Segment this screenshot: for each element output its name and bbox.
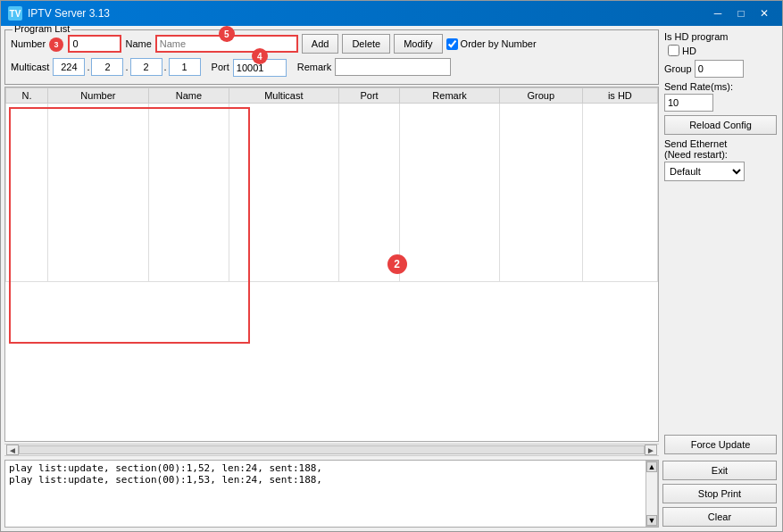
number-input[interactable] [68, 35, 121, 53]
hd-checkbox[interactable] [668, 45, 679, 56]
badge-4: 4 [252, 48, 268, 64]
main-window: TV IPTV Server 3.13 ─ □ ✕ Program List N… [0, 0, 783, 532]
group-field-label: Group [664, 63, 692, 74]
group-section: Group [664, 60, 777, 78]
log-vscrollbar[interactable]: ▲ ▼ [646, 461, 658, 527]
window-title: IPTV Server 3.13 [28, 7, 110, 20]
order-by-number-checkbox[interactable] [446, 38, 458, 50]
col-n: N. [6, 88, 48, 104]
hd-checkbox-row: HD [668, 45, 777, 56]
vscroll-down[interactable]: ▼ [646, 515, 657, 526]
add-button[interactable]: Add [302, 34, 339, 54]
log-line-2: play list:update, section(00):1,53, len:… [9, 474, 642, 486]
exit-button[interactable]: Exit [662, 461, 777, 480]
col-name: Name [148, 88, 229, 104]
col-remark: Remark [400, 88, 500, 104]
horizontal-scrollbar[interactable] [19, 445, 645, 454]
vscroll-track[interactable] [646, 472, 657, 515]
dot1: . [87, 62, 89, 72]
badge-2: 2 [387, 254, 407, 274]
log-wrapper: play list:update, section(00):1,52, len:… [4, 460, 659, 528]
multicast-oct4[interactable] [169, 58, 201, 76]
scroll-right-arrow[interactable]: ► [645, 445, 657, 455]
right-spacer [664, 185, 777, 431]
right-panel: Is HD program HD Group Send Rate(ms): Re… [662, 29, 779, 456]
program-table: N. Number Name Multicast Port Remark Gro… [5, 87, 658, 282]
delete-button[interactable]: Delete [342, 34, 390, 54]
scrollbar-area: ◄ ► [4, 444, 659, 456]
bottom-section: play list:update, section(00):1,52, len:… [1, 460, 782, 531]
right-bottom-buttons: Exit Stop Print Clear [662, 460, 779, 528]
clear-button[interactable]: Clear [662, 507, 777, 527]
multicast-oct3[interactable] [130, 58, 162, 76]
main-content: Program List Number 3 Name 5 Add Delete [1, 26, 782, 460]
order-by-number-text: Order by Number [461, 38, 537, 49]
app-icon: TV [8, 6, 22, 21]
table-container[interactable]: N. Number Name Multicast Port Remark Gro… [4, 87, 659, 442]
name-label: Name [125, 38, 151, 49]
order-by-number-label[interactable]: Order by Number [446, 38, 537, 50]
number-label: Number [11, 38, 46, 49]
col-number: Number [47, 88, 148, 104]
is-hd-section: Is HD program HD [664, 31, 777, 56]
col-ishd: is HD [582, 88, 657, 104]
send-rate-input[interactable] [664, 94, 713, 112]
dot2: . [125, 62, 128, 72]
port-label: Port [212, 62, 229, 72]
multicast-oct2[interactable] [91, 58, 123, 76]
hd-label: HD [682, 46, 696, 56]
badge-3: 3 [49, 37, 63, 52]
maximize-button[interactable]: □ [730, 4, 752, 22]
left-panel: Program List Number 3 Name 5 Add Delete [4, 29, 659, 456]
send-ethernet-label: Send Ethernet (Need restart): [664, 138, 777, 160]
table-header-row: N. Number Name Multicast Port Remark Gro… [6, 88, 658, 104]
title-controls: ─ □ ✕ [707, 4, 775, 22]
log-line-1: play list:update, section(00):1,52, len:… [9, 462, 642, 474]
multicast-oct1[interactable] [53, 58, 85, 76]
send-rate-section: Send Rate(ms): [664, 81, 777, 112]
is-hd-title: Is HD program [664, 31, 777, 42]
send-ethernet-section: Send Ethernet (Need restart): Default [664, 138, 777, 181]
dot3: . [164, 62, 167, 72]
remark-label: Remark [297, 62, 332, 72]
vscroll-up[interactable]: ▲ [646, 461, 657, 472]
group-label: Program List [12, 26, 71, 34]
send-rate-label: Send Rate(ms): [664, 81, 777, 92]
table-row [6, 104, 658, 282]
close-button[interactable]: ✕ [754, 4, 775, 22]
group-input[interactable] [695, 60, 744, 78]
multicast-group: . . . [53, 58, 200, 76]
scroll-left-arrow[interactable]: ◄ [6, 445, 19, 455]
program-list-group: Program List Number 3 Name 5 Add Delete [4, 29, 659, 85]
badge-5: 5 [219, 26, 235, 42]
title-bar-left: TV IPTV Server 3.13 [8, 6, 110, 21]
col-group: Group [499, 88, 582, 104]
form-row-1: Number 3 Name 5 Add Delete Modify [11, 34, 653, 54]
title-bar: TV IPTV Server 3.13 ─ □ ✕ [1, 1, 782, 26]
col-multicast: Multicast [229, 88, 338, 104]
ethernet-select[interactable]: Default [664, 162, 745, 181]
minimize-button[interactable]: ─ [707, 4, 729, 22]
reload-config-button[interactable]: Reload Config [664, 115, 777, 135]
force-update-button[interactable]: Force Update [664, 435, 777, 454]
modify-button[interactable]: Modify [394, 34, 442, 54]
remark-input[interactable] [335, 58, 451, 76]
log-text: play list:update, section(00):1,52, len:… [5, 461, 646, 527]
form-row-2: Multicast . . . Port 4 [11, 57, 653, 77]
multicast-label: Multicast [11, 62, 49, 72]
col-port: Port [338, 88, 400, 104]
stop-print-button[interactable]: Stop Print [662, 484, 777, 503]
log-container: play list:update, section(00):1,52, len:… [4, 460, 659, 528]
